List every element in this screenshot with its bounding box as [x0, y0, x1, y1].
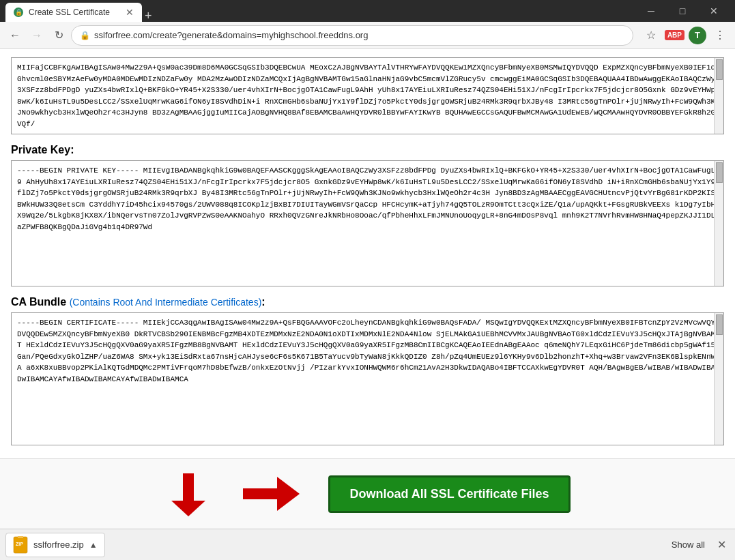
arrow-right-icon — [240, 473, 301, 514]
bottom-bar: ZIP sslforfree.zip ▲ Show all ✕ — [0, 529, 735, 560]
private-key-scrollbar[interactable] — [714, 161, 723, 286]
profile-button[interactable]: T — [689, 27, 706, 44]
svg-marker-4 — [277, 477, 300, 511]
window-controls: ─ □ ✕ — [635, 0, 730, 22]
abp-badge: ABP — [665, 30, 684, 40]
top-cert-content: MIIFajCCBFKgAwIBAgISAw04Mw2z9A+QsW0ac39D… — [12, 58, 723, 134]
top-cert-box: MIIFajCCBFKgAwIBAgISAw04Mw2z9A+QsW0ac39D… — [11, 57, 724, 134]
download-chevron-icon[interactable]: ▲ — [89, 540, 98, 550]
ca-bundle-scrollbar-thumb[interactable] — [716, 314, 723, 335]
download-filename: sslforfree.zip — [33, 540, 84, 550]
refresh-button[interactable]: ↻ — [49, 26, 68, 45]
address-text: sslforfree.com/create?generate&domains=m… — [94, 30, 624, 40]
show-all-button[interactable]: Show all — [672, 540, 705, 550]
close-bottom-bar-button[interactable]: ✕ — [713, 537, 730, 553]
svg-text:ZIP: ZIP — [16, 542, 23, 546]
minimize-button[interactable]: ─ — [635, 0, 667, 22]
top-cert-scrollbar-thumb[interactable] — [716, 59, 723, 80]
svg-marker-2 — [171, 501, 205, 516]
private-key-content: -----BEGIN PRIVATE KEY----- MIIEvgIBADAN… — [12, 161, 723, 237]
ca-bundle-box: -----BEGIN CERTIFICATE----- MIIEkjCCA3qg… — [11, 312, 724, 445]
title-bar: Create SSL Certificate ✕ + ─ □ ✕ — [0, 0, 735, 22]
ca-bundle-scrollbar[interactable] — [714, 313, 723, 445]
main-content: MIIFajCCBFKgAwIBAgISAw04Mw2z9A+QsW0ac39D… — [0, 49, 735, 529]
back-button[interactable]: ← — [5, 26, 25, 45]
address-path: /create?generate&domains=myhighschool.fr… — [150, 30, 369, 40]
ssl-lock-icon: 🔒 — [80, 31, 90, 40]
nav-icons-area: ☆ ABP T ⋮ — [642, 26, 730, 45]
ca-bundle-title: CA Bundle — [11, 296, 70, 308]
tab-area: Create SSL Certificate ✕ + — [5, 0, 635, 22]
forward-button[interactable]: → — [27, 26, 46, 45]
download-area: Download All SSL Certificate Files — [0, 458, 735, 529]
top-cert-scrollbar[interactable] — [714, 58, 723, 134]
private-key-box: -----BEGIN PRIVATE KEY----- MIIEvgIBADAN… — [11, 160, 724, 286]
ca-bundle-label: CA Bundle (Contains Root And Intermediat… — [11, 296, 724, 308]
address-domain: sslforfree.com — [94, 30, 150, 40]
zip-file-icon: ZIP — [13, 536, 28, 554]
restore-button[interactable]: □ — [667, 0, 698, 22]
arrow-down-icon — [164, 470, 212, 518]
ca-bundle-contains: (Contains Root And Intermediate Certific… — [70, 297, 262, 308]
tab-label: Create SSL Certificate — [29, 8, 120, 17]
close-window-button[interactable]: ✕ — [698, 0, 730, 22]
svg-rect-7 — [18, 536, 23, 538]
tab-security-icon — [14, 8, 23, 17]
ca-bundle-content: -----BEGIN CERTIFICATE----- MIIEkjCCA3qg… — [12, 313, 723, 389]
tab-close-button[interactable]: ✕ — [126, 7, 134, 18]
new-tab-button[interactable]: + — [145, 10, 152, 22]
download-item: ZIP sslforfree.zip ▲ — [5, 533, 105, 557]
svg-rect-1 — [183, 473, 194, 501]
bookmark-button[interactable]: ☆ — [642, 26, 661, 45]
active-tab[interactable]: Create SSL Certificate ✕ — [5, 3, 142, 22]
svg-rect-3 — [243, 488, 280, 499]
private-key-scrollbar-thumb[interactable] — [716, 162, 723, 183]
ca-bundle-colon: : — [261, 296, 265, 308]
private-key-label: Private Key: — [11, 144, 724, 156]
menu-button[interactable]: ⋮ — [710, 26, 730, 45]
navigation-bar: ← → ↻ 🔒 sslforfree.com/create?generate&d… — [0, 22, 735, 49]
page-scroll[interactable]: MIIFajCCBFKgAwIBAgISAw04Mw2z9A+QsW0ac39D… — [0, 49, 735, 458]
download-button[interactable]: Download All SSL Certificate Files — [328, 475, 570, 513]
address-bar[interactable]: 🔒 sslforfree.com/create?generate&domains… — [71, 25, 633, 46]
